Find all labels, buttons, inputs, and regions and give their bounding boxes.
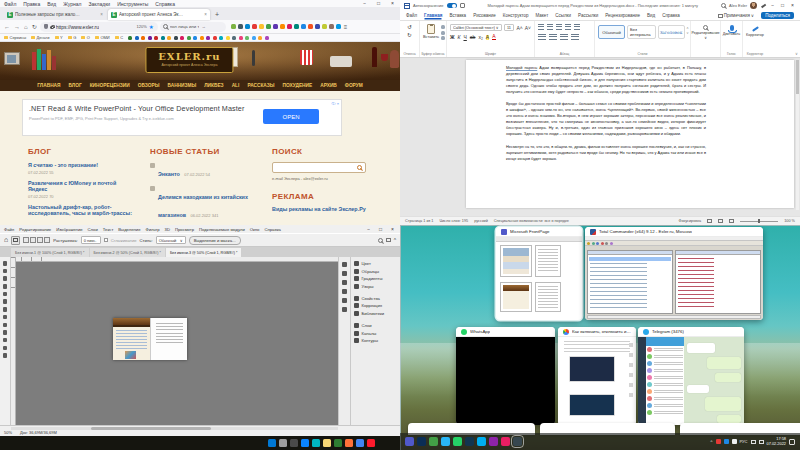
extension-icon[interactable] xyxy=(322,24,327,29)
notification-icon[interactable] xyxy=(789,439,795,445)
subscript-icon[interactable]: x₂ xyxy=(478,34,482,40)
keyboard-icon[interactable] xyxy=(751,440,756,444)
bookmark-item[interactable] xyxy=(187,36,191,40)
align-left-icon[interactable] xyxy=(538,34,546,40)
window-thumbnail-totalcommander[interactable]: Total Commander (x64) 9.12 - Exler.ru, M… xyxy=(585,227,763,320)
clock[interactable]: 17:58 07.02.2022 xyxy=(767,437,786,446)
avatar[interactable] xyxy=(750,2,757,9)
bookmark-item[interactable] xyxy=(232,36,236,40)
blog-link[interactable]: Настольный дрифт-кар, робот-исследовател… xyxy=(28,204,136,217)
ribbon-tab[interactable]: Рисование xyxy=(473,13,496,18)
bookmark-folder[interactable]: Сервисы xyxy=(4,35,26,40)
comments-button[interactable]: Примечания∨ xyxy=(718,13,754,18)
ribbon-tab[interactable]: Конструктор xyxy=(503,13,529,18)
taskbar-icon[interactable] xyxy=(367,439,375,447)
bookmark-item[interactable] xyxy=(135,36,139,40)
marquee-tool-icon[interactable] xyxy=(11,236,20,245)
back-icon[interactable]: ← xyxy=(3,21,11,33)
editor-button[interactable]: Корректор xyxy=(746,24,764,37)
site-logo-plaque[interactable]: EXLER.ru Авторский проект Алекса Экслера xyxy=(145,47,233,73)
autosave-toggle[interactable] xyxy=(447,3,457,8)
search-go-icon[interactable]: → xyxy=(201,24,205,29)
print-layout-icon[interactable] xyxy=(718,219,723,223)
menu-item[interactable]: Текст xyxy=(103,227,114,232)
minimize-icon[interactable]: − xyxy=(365,226,372,233)
taskbar-icon[interactable] xyxy=(268,439,276,447)
extension-icon[interactable] xyxy=(301,24,306,29)
maximize-icon[interactable]: □ xyxy=(375,0,382,7)
minimize-icon[interactable]: − xyxy=(361,0,368,7)
bookmark-folder[interactable]: Деньги xyxy=(31,35,49,40)
ribbon-tab[interactable]: Справка xyxy=(662,13,680,18)
style-chip[interactable]: Обычный xyxy=(598,25,625,39)
maximize-icon[interactable]: □ xyxy=(377,226,384,233)
search-icon[interactable] xyxy=(378,238,383,243)
window-thumbnail-whatsapp[interactable]: WhatsApp xyxy=(456,327,555,425)
panel-tab[interactable]: Коррекция xyxy=(354,303,400,308)
eyedropper-tool-icon[interactable] xyxy=(3,299,8,304)
site-nav-link[interactable]: ЛИКБЕЗ xyxy=(204,83,223,88)
window-thumbnail-chrome[interactable]: Как включить, отключить и… xyxy=(558,327,636,425)
extension-icon[interactable] xyxy=(280,24,285,29)
site-nav-link[interactable]: ГЛАВНАЯ xyxy=(37,83,60,88)
paste-button[interactable]: Вставить xyxy=(423,24,439,48)
bookmark-item[interactable] xyxy=(252,36,256,40)
font-color-icon[interactable]: A xyxy=(492,34,495,40)
panel-tab[interactable]: Цвет xyxy=(354,261,400,266)
bookmark-item[interactable] xyxy=(148,36,152,40)
panel-tab[interactable]: Контуры xyxy=(354,338,400,343)
bookmark-item[interactable] xyxy=(206,36,210,40)
document-info[interactable]: Док: 36,69M/36,69M xyxy=(20,430,57,435)
telegram-chat-row[interactable] xyxy=(646,395,684,402)
bookmark-item[interactable] xyxy=(174,36,178,40)
healing-tool-icon[interactable] xyxy=(3,307,8,312)
numbered-list-icon[interactable] xyxy=(547,24,553,30)
tab-close-icon[interactable]: × xyxy=(204,12,207,17)
menu-item[interactable]: Просмотр xyxy=(175,227,194,232)
menu-item[interactable]: 3D xyxy=(165,227,170,232)
close-icon[interactable]: × xyxy=(789,2,796,9)
highlight-color-icon[interactable]: A xyxy=(486,35,489,40)
site-nav-link[interactable]: БЛОГ xyxy=(69,83,82,88)
bookmark-item[interactable] xyxy=(200,36,204,40)
tray-icon[interactable] xyxy=(724,439,729,444)
url-bar[interactable]: https://www.exler.ru 120% ★ xyxy=(40,22,158,32)
extension-icon[interactable] xyxy=(273,24,278,29)
bookmark-item[interactable] xyxy=(193,36,197,40)
bookmark-folder[interactable]: ОМИ xyxy=(95,35,110,40)
taskbar-icon[interactable] xyxy=(334,439,342,447)
bookmark-item[interactable] xyxy=(219,36,223,40)
document-tab[interactable]: Без имени-2 @ 50% (Слой 1, RGB/8#) * xyxy=(90,248,165,257)
taskbar-icon[interactable] xyxy=(290,439,298,447)
bookmark-item[interactable] xyxy=(258,36,262,40)
new-tab-button[interactable]: + xyxy=(212,9,222,20)
selection-mode-icons[interactable] xyxy=(23,237,50,243)
copy-icon[interactable] xyxy=(441,31,445,35)
zoom-level[interactable]: 100 % xyxy=(784,219,795,223)
telegram-chat-row[interactable] xyxy=(646,360,684,367)
telegram-chat-row[interactable] xyxy=(646,381,684,388)
bookmark-folder[interactable]: G xyxy=(68,35,77,40)
tab-close-icon[interactable]: × xyxy=(100,12,103,17)
page-count[interactable]: Страница 1 из 1 xyxy=(405,219,433,223)
actions-panel-icon[interactable] xyxy=(342,307,347,312)
telegram-chat-row[interactable] xyxy=(646,367,684,374)
eraser-tool-icon[interactable] xyxy=(3,330,8,335)
multilevel-list-icon[interactable] xyxy=(556,24,562,30)
language[interactable]: русский xyxy=(474,219,488,223)
panel-tab[interactable]: Образцы xyxy=(354,269,400,274)
page-zoom-badge[interactable]: 120% xyxy=(136,24,146,29)
ads-link[interactable]: Виды рекламы на сайте Экслер.Ру xyxy=(272,206,394,213)
bookmark-folder[interactable]: O xyxy=(81,35,90,40)
taskbar-icon[interactable] xyxy=(513,437,522,446)
site-nav-link[interactable]: ФОРУМ xyxy=(345,83,363,88)
minimize-icon[interactable]: − xyxy=(769,2,776,9)
bookmark-item[interactable] xyxy=(167,36,171,40)
taskbar-icon[interactable] xyxy=(356,439,364,447)
font-size-select[interactable]: 11 xyxy=(504,24,515,31)
taskbar-icon[interactable] xyxy=(345,439,353,447)
gradient-tool-icon[interactable] xyxy=(3,338,8,343)
vertical-scrollbar[interactable] xyxy=(796,60,799,210)
share-icon[interactable]: ^ xyxy=(394,237,396,243)
style-select[interactable]: Обычный∨ xyxy=(156,236,186,244)
